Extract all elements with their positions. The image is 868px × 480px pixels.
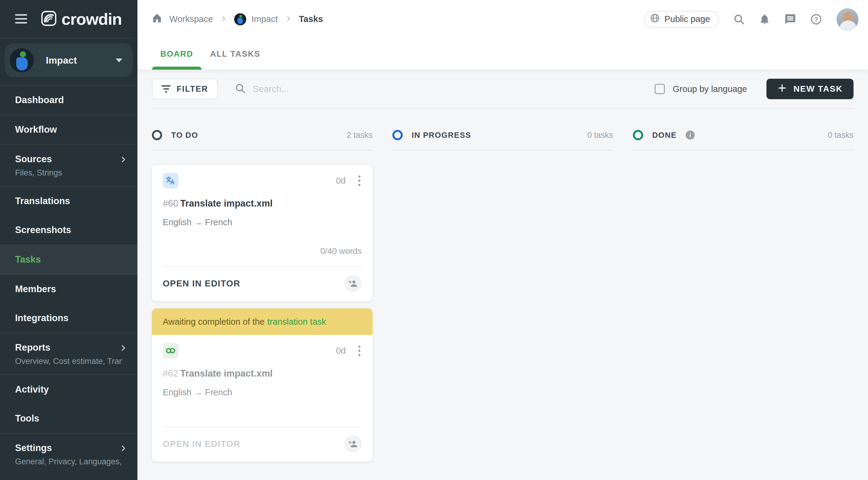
sidebar: crowdin Impact Dashboard Workflow Source… <box>0 0 137 480</box>
project-avatar <box>234 13 246 25</box>
user-avatar[interactable] <box>836 8 859 31</box>
search-icon <box>235 83 246 95</box>
chevron-right-icon <box>285 14 292 24</box>
task-id: #62 <box>163 368 179 379</box>
column-header-todo: TO DO 2 tasks <box>152 130 373 150</box>
breadcrumb-project[interactable]: Impact <box>234 13 278 25</box>
info-icon[interactable] <box>686 130 695 140</box>
sidebar-item-reports[interactable]: Reports Overview, Cost estimate, Transl… <box>0 333 137 375</box>
breadcrumb-workspace[interactable]: Workspace <box>169 14 213 24</box>
search-input[interactable] <box>253 84 421 94</box>
add-assignee-button[interactable] <box>344 275 362 292</box>
open-in-editor-button[interactable]: OPEN IN EDITOR <box>163 439 240 449</box>
crowdin-logo-text: crowdin <box>61 10 122 28</box>
task-count: 2 tasks <box>347 130 373 140</box>
task-id: #60 <box>163 198 179 209</box>
sidebar-item-integrations[interactable]: Integrations <box>0 304 137 333</box>
globe-icon <box>650 13 660 25</box>
menu-icon[interactable] <box>15 14 27 24</box>
column-header-done: DONE 0 tasks <box>633 130 854 150</box>
board-content: FILTER Group by language NEW TASK <box>137 70 868 480</box>
sidebar-item-translations[interactable]: Translations <box>0 187 137 216</box>
column-header-in-progress: IN PROGRESS 0 tasks <box>393 130 613 150</box>
top-bar: Workspace Impact Tasks Public page <box>137 0 868 38</box>
kebab-menu-icon[interactable] <box>357 174 362 187</box>
sidebar-item-settings[interactable]: Settings General, Privacy, Languages, Q… <box>0 433 137 475</box>
sidebar-item-members[interactable]: Members <box>0 275 137 304</box>
chevron-right-icon <box>220 14 227 24</box>
crowdin-logo[interactable]: crowdin <box>41 10 122 28</box>
chevron-right-icon <box>119 155 127 166</box>
task-title[interactable]: #62Translate impact.xml <box>163 367 362 380</box>
status-circle-icon <box>393 130 403 140</box>
translate-task-icon <box>163 173 179 188</box>
search-icon[interactable] <box>733 13 745 25</box>
task-title[interactable]: #60Translate impact.xml <box>163 198 362 210</box>
search-box <box>235 83 421 95</box>
sidebar-nav: Dashboard Workflow Sources Files, String… <box>0 86 137 480</box>
top-actions: Public page ? <box>644 8 859 31</box>
task-word-count: 0/40 words <box>163 246 362 257</box>
group-by-language-checkbox[interactable] <box>655 84 665 94</box>
chevron-right-icon <box>119 444 127 455</box>
blocked-banner: Awaiting completion of the translation t… <box>152 308 373 335</box>
sidebar-item-tools[interactable]: Tools <box>0 404 137 433</box>
task-count: 0 tasks <box>587 130 613 140</box>
open-in-editor-button[interactable]: OPEN IN EDITOR <box>163 278 240 289</box>
task-languages: English → French <box>163 217 362 228</box>
duration-badge: 0d <box>336 346 346 356</box>
group-by-language-label: Group by language <box>673 84 747 94</box>
project-selector[interactable]: Impact <box>5 43 133 77</box>
public-page-button[interactable]: Public page <box>644 11 719 28</box>
tab-board[interactable]: BOARD <box>152 38 202 70</box>
project-avatar <box>10 48 34 72</box>
sidebar-item-dashboard[interactable]: Dashboard <box>0 86 137 115</box>
sidebar-item-screenshots[interactable]: Screenshots <box>0 216 137 245</box>
kanban-board: TO DO 2 tasks <box>152 109 854 461</box>
column-done: DONE 0 tasks <box>633 109 854 461</box>
chevron-down-icon <box>116 59 122 62</box>
kebab-menu-icon[interactable] <box>357 344 362 357</box>
sidebar-item-sources[interactable]: Sources Files, Strings <box>0 145 137 187</box>
help-icon[interactable]: ? <box>810 13 822 25</box>
task-count: 0 tasks <box>828 130 854 140</box>
status-circle-icon <box>152 130 162 140</box>
column-todo: TO DO 2 tasks <box>152 109 373 461</box>
home-icon[interactable] <box>152 13 162 25</box>
status-circle-icon <box>633 130 643 140</box>
sidebar-header: crowdin <box>0 0 137 38</box>
column-in-progress: IN PROGRESS 0 tasks <box>393 109 613 461</box>
task-card[interactable]: Awaiting completion of the translation t… <box>152 308 373 461</box>
blocked-banner-text: Awaiting completion of the <box>163 317 265 327</box>
active-tab-indicator <box>152 67 202 70</box>
sidebar-item-tasks[interactable]: Tasks <box>0 245 137 275</box>
sidebar-item-workflow[interactable]: Workflow <box>0 115 137 145</box>
chevron-right-icon <box>119 343 127 354</box>
breadcrumb: Workspace Impact Tasks <box>152 13 323 25</box>
duration-badge: 0d <box>336 176 346 186</box>
project-name: Impact <box>46 55 104 66</box>
translation-task-link[interactable]: translation task <box>267 317 326 327</box>
task-card[interactable]: 0d #60Translate impact.xml English → Fre… <box>152 165 373 301</box>
breadcrumb-current-page: Tasks <box>299 14 323 24</box>
plus-icon <box>777 83 787 95</box>
toolbar: FILTER Group by language NEW TASK <box>152 70 854 109</box>
notifications-bell-icon[interactable] <box>759 13 770 25</box>
proofread-task-icon <box>163 343 179 359</box>
messages-icon[interactable] <box>784 13 796 25</box>
new-task-button[interactable]: NEW TASK <box>767 79 854 99</box>
sidebar-item-activity[interactable]: Activity <box>0 375 137 404</box>
tab-all-tasks[interactable]: ALL TASKS <box>202 38 269 70</box>
filter-button[interactable]: FILTER <box>152 79 218 99</box>
filter-icon <box>161 85 170 93</box>
svg-text:?: ? <box>814 16 818 23</box>
add-assignee-button[interactable] <box>344 435 362 453</box>
task-languages: English → French <box>163 387 362 398</box>
view-tabs: BOARD ALL TASKS <box>137 38 868 70</box>
crowdin-logo-icon <box>41 10 57 27</box>
